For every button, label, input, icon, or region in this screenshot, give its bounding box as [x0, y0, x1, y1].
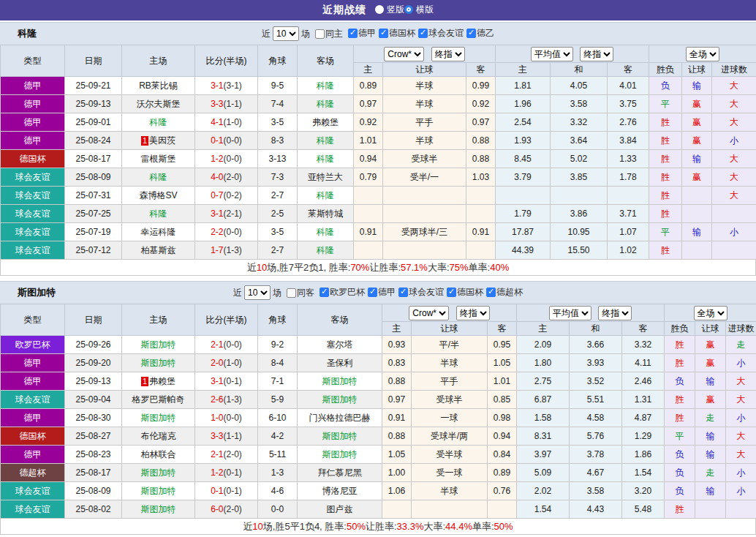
fulltime-score: 3-3 — [211, 431, 223, 441]
checkbox-box[interactable] — [447, 288, 456, 297]
avg-away: 1.31 — [622, 391, 665, 409]
checkbox-box[interactable] — [379, 29, 388, 38]
fulltime-score: 0-1 — [211, 486, 223, 496]
league-checkbox[interactable]: 德甲 — [368, 286, 396, 298]
result-outcome: 胜 — [649, 150, 682, 168]
corner-count: 3-13 — [258, 150, 298, 168]
avg-away: 3.32 — [622, 336, 665, 354]
summary-segment: 44.4% — [445, 521, 472, 532]
team-label: 森博格SV — [139, 190, 177, 200]
handicap-line: 受半/一 — [383, 168, 466, 187]
score-cell: 1-2(0-1) — [195, 464, 258, 482]
checkbox-box[interactable] — [418, 29, 428, 38]
league-checkbox[interactable]: 德国杯 — [379, 27, 415, 40]
checkbox-box[interactable] — [466, 29, 476, 38]
score-cell: 1-2(0-0) — [195, 150, 258, 168]
result-goals: 大 — [726, 427, 756, 446]
sub-header: 客 — [466, 63, 496, 77]
away-odds: 1.03 — [466, 168, 496, 187]
layout-radio-selected[interactable]: 横版 — [404, 4, 434, 16]
summary-segment: 75% — [450, 262, 469, 273]
team-label: 科隆 — [317, 135, 334, 146]
avg-draw: 3.86 — [551, 205, 608, 223]
same-venue-checkbox[interactable]: 同主 — [315, 28, 343, 40]
checkbox-label: 德国杯 — [457, 286, 483, 298]
checkbox-box[interactable] — [368, 288, 377, 297]
column-header: 日期 — [65, 304, 122, 336]
summary-segment: 近 — [243, 520, 252, 533]
games-count-select[interactable]: 10 — [244, 285, 271, 300]
avg-draw: 10.95 — [551, 223, 608, 241]
team-cell: 图卢兹 — [298, 500, 382, 519]
scope-select[interactable]: 全场 — [694, 306, 727, 320]
bookmaker-select[interactable]: Crow* — [384, 47, 424, 61]
games-count-select[interactable]: 10 — [273, 26, 299, 41]
match-date: 25-09-13 — [65, 372, 122, 391]
checkbox-box[interactable] — [486, 288, 496, 297]
table-row: 欧罗巴杯25-09-26斯图加特2-1(0-0)9-2塞尔塔0.93平/半0.9… — [1, 336, 756, 354]
league-checkbox[interactable]: 德甲 — [348, 27, 376, 40]
corner-count: 7-4 — [258, 95, 298, 113]
halftime-score: (2-0) — [224, 504, 242, 514]
average-select[interactable]: 平均值 — [531, 47, 573, 61]
final-index-select[interactable]: 终指 — [456, 306, 490, 320]
checkbox-box[interactable] — [398, 288, 408, 297]
near-label: 近 — [233, 287, 242, 299]
league-checkbox[interactable]: 德乙 — [466, 27, 494, 40]
home-odds — [354, 205, 383, 223]
checkbox-box[interactable] — [348, 29, 358, 38]
layout-radio-option[interactable]: 竖版 — [375, 4, 404, 16]
checkbox-box[interactable] — [320, 288, 329, 297]
team-label: 柏林联合 — [141, 449, 176, 459]
home-odds: 1.00 — [382, 464, 412, 482]
team-label: 科隆 — [317, 245, 334, 255]
bookmaker-select[interactable]: Crow* — [409, 306, 449, 320]
away-odds: 0.85 — [488, 391, 517, 409]
league-filter-group: 欧罗巴杯德甲球会友谊德国杯德超杯 — [317, 286, 523, 299]
team-label: 雷根斯堡 — [141, 154, 176, 164]
league-badge: 球会友谊 — [1, 241, 65, 260]
result-handicap: 走 — [695, 464, 726, 482]
checkbox-box[interactable] — [315, 29, 325, 39]
league-checkbox[interactable]: 欧罗巴杯 — [320, 286, 365, 298]
league-checkbox[interactable]: 球会友谊 — [418, 27, 464, 40]
home-odds: 0.93 — [382, 336, 412, 354]
avg-home: 3.97 — [517, 446, 570, 464]
final-index-select[interactable]: 终指 — [431, 47, 465, 61]
scope-select[interactable]: 全场 — [686, 47, 719, 61]
corner-count: 8-4 — [258, 354, 298, 372]
average-select[interactable]: 平均值 — [549, 306, 591, 320]
team-label: 斯图加特 — [322, 394, 358, 405]
corner-count: 6-10 — [258, 409, 298, 427]
team-cell: 科隆 — [122, 205, 195, 223]
final-index-select[interactable]: 终指 — [598, 306, 632, 320]
avg-home: 1.81 — [496, 77, 551, 95]
result-outcome: 胜 — [665, 354, 695, 372]
handicap-line: 半球 — [383, 132, 466, 150]
checkbox-label: 德甲 — [378, 286, 396, 298]
match-date: 25-08-30 — [65, 409, 122, 427]
league-badge: 球会友谊 — [1, 223, 65, 241]
avg-away: 1.33 — [608, 150, 649, 168]
corner-count: 2-7 — [258, 187, 298, 205]
odds-select-group: Crow* 终指 — [382, 304, 517, 322]
league-badge: 球会友谊 — [1, 168, 65, 187]
result-goals — [726, 500, 756, 519]
team-cell: 科隆 — [298, 223, 354, 241]
checkbox-box[interactable] — [287, 288, 296, 298]
checkbox-label: 德国杯 — [389, 27, 415, 40]
score-cell: 0-1(0-0) — [195, 132, 258, 150]
radio-icon[interactable] — [404, 5, 413, 14]
sub-header: 让球 — [682, 63, 712, 77]
league-checkbox[interactable]: 球会友谊 — [398, 286, 444, 298]
league-checkbox[interactable]: 德国杯 — [447, 286, 483, 298]
team-cell: 沃尔夫斯堡 — [122, 95, 195, 113]
corner-count: 2-5 — [258, 205, 298, 223]
league-badge: 德国杯 — [1, 427, 65, 446]
sub-header: 和 — [551, 63, 608, 77]
league-checkbox[interactable]: 德超杯 — [486, 286, 523, 298]
same-venue-checkbox[interactable]: 同客 — [287, 287, 314, 299]
final-index-select[interactable]: 终指 — [580, 47, 613, 61]
table-row: 德甲25-08-23柏林联合2-1(2-0)5-11斯图加特1.05受半球0.8… — [1, 446, 756, 464]
radio-icon[interactable] — [375, 5, 384, 14]
